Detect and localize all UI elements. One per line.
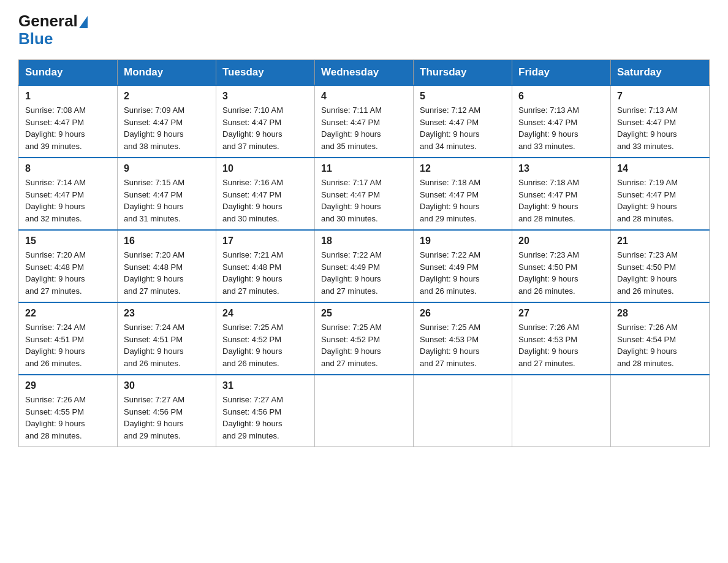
calendar-day-6: 6Sunrise: 7:13 AMSunset: 4:47 PMDaylight… [512, 85, 611, 158]
day-number: 1 [25, 91, 111, 102]
day-number: 23 [124, 308, 210, 319]
day-info: Sunrise: 7:14 AMSunset: 4:47 PMDaylight:… [25, 177, 111, 224]
calendar-day-17: 17Sunrise: 7:21 AMSunset: 4:48 PMDayligh… [216, 230, 315, 302]
calendar-week-3: 15Sunrise: 7:20 AMSunset: 4:48 PMDayligh… [19, 230, 710, 302]
day-number: 16 [124, 236, 210, 247]
day-number: 24 [222, 308, 308, 319]
day-info: Sunrise: 7:15 AMSunset: 4:47 PMDaylight:… [124, 177, 210, 224]
calendar-day-15: 15Sunrise: 7:20 AMSunset: 4:48 PMDayligh… [19, 230, 118, 302]
day-info: Sunrise: 7:10 AMSunset: 4:47 PMDaylight:… [222, 104, 308, 152]
calendar-day-24: 24Sunrise: 7:25 AMSunset: 4:52 PMDayligh… [216, 302, 315, 375]
calendar-day-2: 2Sunrise: 7:09 AMSunset: 4:47 PMDaylight… [118, 85, 216, 158]
day-number: 30 [124, 380, 210, 391]
day-info: Sunrise: 7:23 AMSunset: 4:50 PMDaylight:… [518, 249, 604, 297]
day-number: 5 [420, 91, 506, 102]
day-info: Sunrise: 7:17 AMSunset: 4:47 PMDaylight:… [321, 177, 407, 224]
day-info: Sunrise: 7:23 AMSunset: 4:50 PMDaylight:… [617, 249, 703, 297]
calendar-day-18: 18Sunrise: 7:22 AMSunset: 4:49 PMDayligh… [315, 230, 414, 302]
day-number: 9 [124, 163, 210, 174]
weekday-header-sunday: Sunday [19, 60, 118, 86]
day-info: Sunrise: 7:19 AMSunset: 4:47 PMDaylight:… [617, 177, 703, 224]
day-info: Sunrise: 7:26 AMSunset: 4:53 PMDaylight:… [518, 321, 604, 369]
calendar-day-20: 20Sunrise: 7:23 AMSunset: 4:50 PMDayligh… [512, 230, 611, 302]
calendar-week-5: 29Sunrise: 7:26 AMSunset: 4:55 PMDayligh… [19, 375, 710, 447]
day-info: Sunrise: 7:25 AMSunset: 4:52 PMDaylight:… [222, 321, 308, 369]
day-number: 28 [617, 308, 703, 319]
day-info: Sunrise: 7:20 AMSunset: 4:48 PMDaylight:… [124, 249, 210, 297]
day-info: Sunrise: 7:18 AMSunset: 4:47 PMDaylight:… [420, 177, 506, 224]
weekday-header-thursday: Thursday [414, 60, 512, 86]
day-info: Sunrise: 7:25 AMSunset: 4:53 PMDaylight:… [420, 321, 506, 369]
calendar-day-7: 7Sunrise: 7:13 AMSunset: 4:47 PMDaylight… [611, 85, 710, 158]
weekday-header-tuesday: Tuesday [216, 60, 315, 86]
day-number: 12 [420, 163, 506, 174]
day-info: Sunrise: 7:24 AMSunset: 4:51 PMDaylight:… [25, 321, 111, 369]
day-number: 13 [518, 163, 604, 174]
calendar-day-22: 22Sunrise: 7:24 AMSunset: 4:51 PMDayligh… [19, 302, 118, 375]
empty-cell [611, 375, 710, 447]
day-info: Sunrise: 7:27 AMSunset: 4:56 PMDaylight:… [124, 394, 210, 442]
empty-cell [512, 375, 611, 447]
day-info: Sunrise: 7:25 AMSunset: 4:52 PMDaylight:… [321, 321, 407, 369]
day-number: 3 [222, 91, 308, 102]
logo-general-text: General [18, 12, 78, 30]
day-number: 29 [25, 380, 111, 391]
day-number: 31 [222, 380, 308, 391]
day-number: 7 [617, 91, 703, 102]
calendar-day-4: 4Sunrise: 7:11 AMSunset: 4:47 PMDaylight… [315, 85, 414, 158]
calendar-day-30: 30Sunrise: 7:27 AMSunset: 4:56 PMDayligh… [118, 375, 216, 447]
calendar-day-31: 31Sunrise: 7:27 AMSunset: 4:56 PMDayligh… [216, 375, 315, 447]
calendar-week-1: 1Sunrise: 7:08 AMSunset: 4:47 PMDaylight… [19, 85, 710, 158]
logo-triangle-icon [79, 16, 88, 28]
day-info: Sunrise: 7:27 AMSunset: 4:56 PMDaylight:… [222, 394, 308, 442]
day-number: 27 [518, 308, 604, 319]
calendar-day-16: 16Sunrise: 7:20 AMSunset: 4:48 PMDayligh… [118, 230, 216, 302]
calendar-day-27: 27Sunrise: 7:26 AMSunset: 4:53 PMDayligh… [512, 302, 611, 375]
calendar-day-9: 9Sunrise: 7:15 AMSunset: 4:47 PMDaylight… [118, 158, 216, 230]
day-number: 22 [25, 308, 111, 319]
day-number: 25 [321, 308, 407, 319]
day-info: Sunrise: 7:24 AMSunset: 4:51 PMDaylight:… [124, 321, 210, 369]
day-number: 2 [124, 91, 210, 102]
day-info: Sunrise: 7:22 AMSunset: 4:49 PMDaylight:… [420, 249, 506, 297]
calendar-week-4: 22Sunrise: 7:24 AMSunset: 4:51 PMDayligh… [19, 302, 710, 375]
calendar-week-2: 8Sunrise: 7:14 AMSunset: 4:47 PMDaylight… [19, 158, 710, 230]
day-number: 17 [222, 236, 308, 247]
calendar-day-19: 19Sunrise: 7:22 AMSunset: 4:49 PMDayligh… [414, 230, 512, 302]
calendar-day-11: 11Sunrise: 7:17 AMSunset: 4:47 PMDayligh… [315, 158, 414, 230]
calendar-day-1: 1Sunrise: 7:08 AMSunset: 4:47 PMDaylight… [19, 85, 118, 158]
day-info: Sunrise: 7:11 AMSunset: 4:47 PMDaylight:… [321, 104, 407, 152]
day-info: Sunrise: 7:13 AMSunset: 4:47 PMDaylight:… [518, 104, 604, 152]
day-info: Sunrise: 7:09 AMSunset: 4:47 PMDaylight:… [124, 104, 210, 152]
day-number: 14 [617, 163, 703, 174]
day-info: Sunrise: 7:21 AMSunset: 4:48 PMDaylight:… [222, 249, 308, 297]
day-info: Sunrise: 7:22 AMSunset: 4:49 PMDaylight:… [321, 249, 407, 297]
day-number: 10 [222, 163, 308, 174]
day-number: 8 [25, 163, 111, 174]
weekday-header-friday: Friday [512, 60, 611, 86]
weekday-header-monday: Monday [118, 60, 216, 86]
day-number: 18 [321, 236, 407, 247]
day-number: 15 [25, 236, 111, 247]
calendar-day-23: 23Sunrise: 7:24 AMSunset: 4:51 PMDayligh… [118, 302, 216, 375]
day-number: 6 [518, 91, 604, 102]
day-info: Sunrise: 7:16 AMSunset: 4:47 PMDaylight:… [222, 177, 308, 224]
calendar-day-3: 3Sunrise: 7:10 AMSunset: 4:47 PMDaylight… [216, 85, 315, 158]
calendar-day-13: 13Sunrise: 7:18 AMSunset: 4:47 PMDayligh… [512, 158, 611, 230]
day-info: Sunrise: 7:20 AMSunset: 4:48 PMDaylight:… [25, 249, 111, 297]
weekday-header-saturday: Saturday [611, 60, 710, 86]
day-number: 11 [321, 163, 407, 174]
day-info: Sunrise: 7:18 AMSunset: 4:47 PMDaylight:… [518, 177, 604, 224]
calendar-day-26: 26Sunrise: 7:25 AMSunset: 4:53 PMDayligh… [414, 302, 512, 375]
calendar-day-25: 25Sunrise: 7:25 AMSunset: 4:52 PMDayligh… [315, 302, 414, 375]
day-info: Sunrise: 7:26 AMSunset: 4:54 PMDaylight:… [617, 321, 703, 369]
day-info: Sunrise: 7:12 AMSunset: 4:47 PMDaylight:… [420, 104, 506, 152]
day-number: 19 [420, 236, 506, 247]
day-number: 21 [617, 236, 703, 247]
day-number: 20 [518, 236, 604, 247]
calendar-table: SundayMondayTuesdayWednesdayThursdayFrid… [18, 59, 710, 447]
day-info: Sunrise: 7:26 AMSunset: 4:55 PMDaylight:… [25, 394, 111, 442]
calendar-day-10: 10Sunrise: 7:16 AMSunset: 4:47 PMDayligh… [216, 158, 315, 230]
logo: General Blue [18, 12, 88, 47]
day-number: 26 [420, 308, 506, 319]
